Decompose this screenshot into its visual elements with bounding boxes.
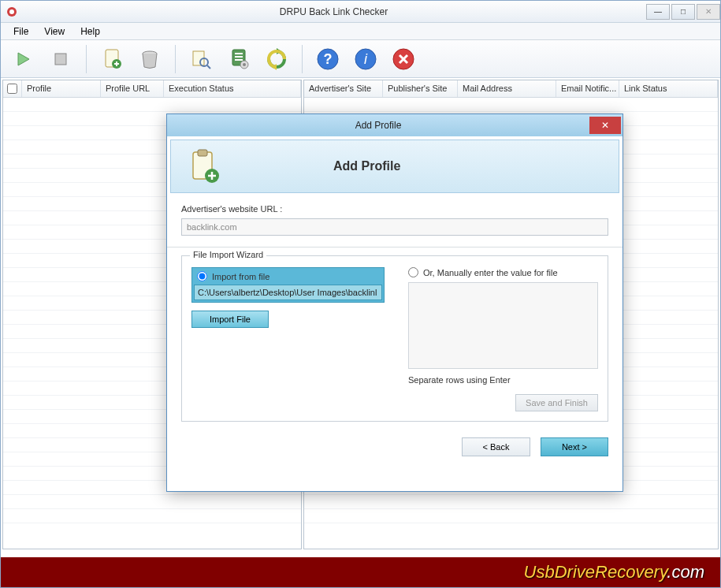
col-profile-url[interactable]: Profile URL [101,80,164,97]
menu-help[interactable]: Help [72,24,108,39]
refresh-button[interactable] [261,43,292,75]
clipboard-add-icon [185,147,223,185]
search-button[interactable] [185,43,217,75]
svg-rect-12 [235,56,243,58]
add-profile-button[interactable] [96,43,128,75]
menu-view[interactable]: View [36,24,72,39]
dialog-body: Advertiser's website URL : File Import W… [167,196,623,430]
dialog-close-button[interactable]: ✕ [589,117,621,134]
window-title: DRPU Back Link Checker [23,6,645,17]
results-grid-header: Advertiser's Site Publisher's Site Mail … [304,80,718,98]
import-from-file-text: Import from file [212,272,269,281]
fieldset-legend: File Import Wizard [190,250,266,259]
col-execution-status[interactable]: Execution Status [164,80,301,97]
manual-entry-radio-label[interactable]: Or, Manually enter the value for file [408,267,598,277]
maximize-button[interactable]: □ [671,4,695,20]
main-window: DRPU Back Link Checker — □ ✕ File View H… [0,0,721,588]
next-button[interactable]: Next > [541,437,608,456]
svg-point-15 [243,63,246,66]
menubar: File View Help [1,23,720,40]
back-button[interactable]: < Back [462,437,531,456]
dialog-header-title: Add Profile [333,159,400,173]
svg-rect-3 [55,54,66,65]
footer-watermark: UsbDriveRecovery.com [1,557,720,587]
exit-button[interactable] [388,43,419,75]
advertiser-url-input[interactable] [181,218,608,236]
svg-marker-2 [18,53,29,65]
svg-rect-11 [235,53,243,54]
select-all-checkbox[interactable] [7,84,17,94]
url-label: Advertiser's website URL : [181,204,608,214]
col-publisher-site[interactable]: Publisher's Site [383,80,458,97]
col-mail-address[interactable]: Mail Address [458,80,556,97]
delete-profile-button[interactable] [134,43,165,75]
stop-button[interactable] [45,43,76,75]
manual-entry-textarea[interactable] [408,282,598,369]
import-from-file-radio[interactable] [197,271,207,281]
svg-rect-24 [198,150,207,156]
col-advertiser-site[interactable]: Advertiser's Site [304,80,383,97]
import-file-button[interactable]: Import File [191,311,269,328]
dialog-titlebar: Add Profile ✕ [167,114,623,136]
svg-rect-13 [235,59,243,61]
svg-point-1 [9,9,14,14]
minimize-button[interactable]: — [646,4,670,20]
manual-entry-radio[interactable] [408,267,418,277]
svg-text:?: ? [324,51,333,67]
save-and-finish-button: Save and Finish [515,394,598,411]
info-button[interactable]: i [350,43,381,75]
add-profile-dialog: Add Profile ✕ Add Profile Advertiser's w… [166,114,623,492]
dialog-nav-buttons: < Back Next > [167,430,623,464]
svg-line-9 [207,65,210,69]
separator-hint: Separate rows using Enter [408,375,598,385]
app-icon [6,6,18,18]
settings-button[interactable] [223,43,255,75]
play-button[interactable] [7,43,39,75]
col-email-notific[interactable]: Email Notific... [556,80,619,97]
manual-entry-text: Or, Manually enter the value for file [423,268,558,277]
toolbar: ? i [1,40,720,78]
file-import-wizard-fieldset: File Import Wizard Import from file Impo… [181,255,608,422]
col-link-status[interactable]: Link Status [619,80,718,97]
profile-grid-header: Profile Profile URL Execution Status [3,80,301,98]
import-from-file-radio-label[interactable]: Import from file [192,268,384,283]
dialog-title: Add Profile [167,120,589,131]
dialog-header: Add Profile [170,140,619,193]
titlebar: DRPU Back Link Checker — □ ✕ [1,1,720,23]
file-path-input[interactable] [194,285,382,300]
menu-file[interactable]: File [6,24,36,39]
brand-text: UsbDriveRecovery.com [524,562,704,582]
help-button[interactable]: ? [312,43,344,75]
close-button[interactable]: ✕ [697,4,720,20]
import-from-file-block: Import from file [191,267,385,303]
col-profile[interactable]: Profile [22,80,101,97]
